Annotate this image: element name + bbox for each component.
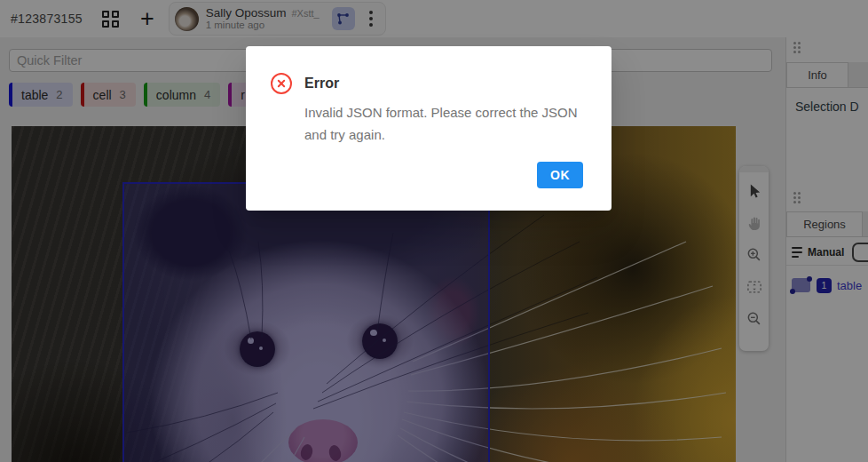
ok-button[interactable]: OK xyxy=(537,162,583,188)
error-dialog: Error Invalid JSON format. Please correc… xyxy=(246,46,612,211)
error-icon xyxy=(271,73,292,94)
dialog-title: Error xyxy=(304,76,339,92)
dialog-message: Invalid JSON format. Please correct the … xyxy=(304,101,581,146)
